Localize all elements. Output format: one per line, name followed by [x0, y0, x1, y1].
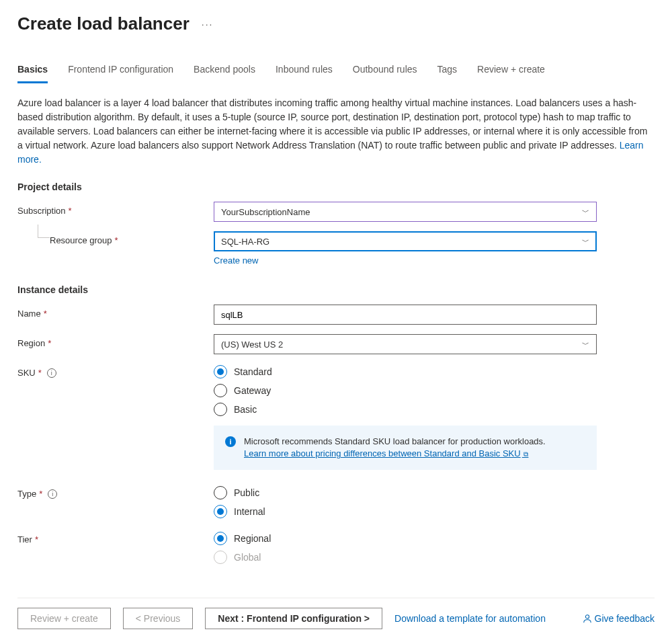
section-project-details: Project details	[17, 182, 655, 192]
required-indicator: *	[115, 235, 118, 245]
sku-pricing-link[interactable]: Learn more about pricing differences bet…	[244, 448, 528, 458]
tab-bar: Basics Frontend IP configuration Backend…	[17, 64, 655, 84]
tab-tags[interactable]: Tags	[437, 64, 458, 83]
region-select[interactable]: (US) West US 2 ﹀	[214, 334, 597, 354]
tab-basics[interactable]: Basics	[17, 64, 48, 83]
radio-icon	[214, 403, 227, 416]
radio-icon	[214, 551, 227, 564]
download-template-link[interactable]: Download a template for automation	[394, 613, 546, 624]
type-label: Type	[17, 489, 36, 499]
type-radio-internal[interactable]: Internal	[214, 505, 597, 518]
tab-frontend-ip[interactable]: Frontend IP configuration	[68, 64, 173, 83]
external-link-icon: ⧉	[522, 450, 529, 458]
radio-icon	[214, 505, 227, 518]
svg-point-0	[585, 615, 589, 618]
tier-label: Tier	[17, 534, 32, 545]
required-indicator: *	[69, 206, 72, 216]
info-icon[interactable]: i	[47, 368, 56, 378]
tier-radio-global: Global	[214, 551, 597, 564]
radio-icon	[214, 532, 227, 545]
chevron-down-icon: ﹀	[582, 207, 589, 217]
sku-info-box: i Microsoft recommends Standard SKU load…	[214, 426, 597, 470]
sku-radio-basic[interactable]: Basic	[214, 403, 597, 416]
next-button[interactable]: Next : Frontend IP configuration >	[205, 608, 382, 629]
sku-radio-standard[interactable]: Standard	[214, 365, 597, 378]
footer-bar: Review + create < Previous Next : Fronte…	[17, 598, 655, 639]
feedback-icon	[583, 614, 592, 623]
radio-icon	[214, 365, 227, 378]
more-actions-button[interactable]: ···	[202, 19, 214, 30]
name-input[interactable]	[214, 305, 597, 325]
resource-group-select[interactable]: SQL-HA-RG ﹀	[214, 231, 597, 251]
tier-radio-regional[interactable]: Regional	[214, 532, 597, 545]
type-radio-group: Public Internal	[214, 485, 597, 518]
tab-review-create[interactable]: Review + create	[477, 64, 545, 83]
create-new-resource-group-link[interactable]: Create new	[214, 255, 258, 266]
sku-radio-gateway[interactable]: Gateway	[214, 384, 597, 397]
give-feedback-link[interactable]: Give feedback	[583, 613, 655, 624]
info-icon: i	[225, 436, 236, 447]
tab-inbound-rules[interactable]: Inbound rules	[276, 64, 333, 83]
description-text: Azure load balancer is a layer 4 load ba…	[17, 96, 649, 167]
resource-group-label: Resource group	[50, 235, 112, 245]
chevron-down-icon: ﹀	[582, 237, 589, 247]
chevron-down-icon: ﹀	[582, 339, 589, 350]
required-indicator: *	[44, 309, 47, 319]
radio-icon	[214, 384, 227, 397]
page-title: Create load balancer	[17, 13, 190, 34]
radio-icon	[214, 486, 227, 499]
sku-label: SKU	[17, 368, 36, 378]
name-label: Name	[17, 309, 41, 319]
previous-button[interactable]: < Previous	[123, 608, 194, 629]
required-indicator: *	[39, 489, 42, 499]
tab-backend-pools[interactable]: Backend pools	[194, 64, 255, 83]
section-instance-details: Instance details	[17, 284, 655, 295]
tier-radio-group: Regional Global	[214, 530, 597, 564]
required-indicator: *	[35, 534, 38, 545]
info-icon[interactable]: i	[48, 489, 57, 499]
tab-outbound-rules[interactable]: Outbound rules	[353, 64, 417, 83]
required-indicator: *	[48, 338, 51, 348]
type-radio-public[interactable]: Public	[214, 486, 597, 499]
sku-radio-group: Standard Gateway Basic	[214, 364, 597, 416]
required-indicator: *	[38, 368, 42, 378]
tree-indent-line	[38, 225, 50, 238]
review-create-button[interactable]: Review + create	[17, 608, 111, 629]
subscription-label: Subscription	[17, 206, 66, 216]
region-label: Region	[17, 338, 45, 348]
subscription-select[interactable]: YourSubscriptionName ﹀	[214, 202, 597, 222]
